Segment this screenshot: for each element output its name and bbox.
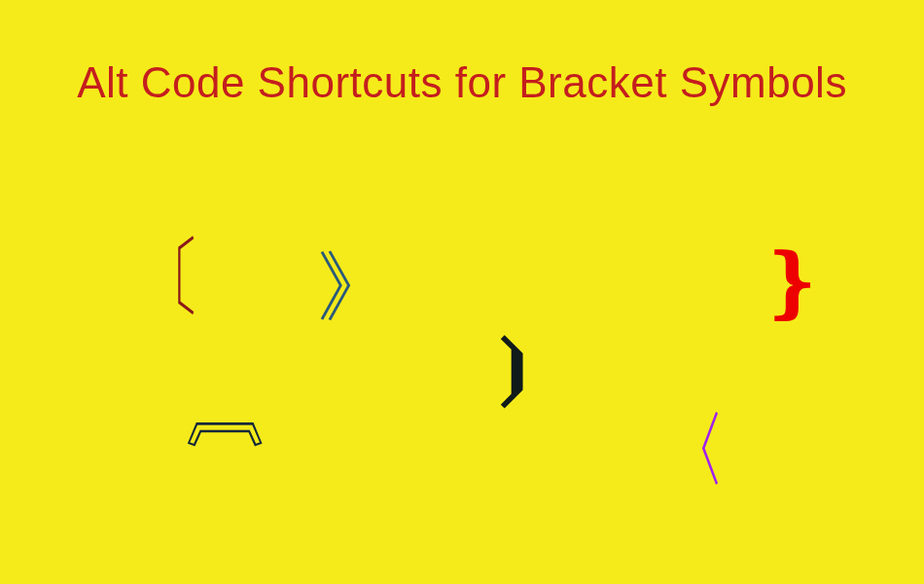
bracket-symbol-white-tortoise: 〘 — [185, 409, 263, 487]
page-title: Alt Code Shortcuts for Bracket Symbols — [0, 58, 924, 107]
bracket-symbol-tortoise-shell: 〔 — [140, 234, 201, 321]
bracket-symbol-arc-bar: ⦘ — [491, 331, 538, 409]
bracket-symbol-double-angle: 》 — [316, 248, 394, 326]
bracket-symbol-curly-ornament: ❵ — [759, 243, 824, 321]
bracket-symbol-angle-left: 〈 — [660, 409, 727, 492]
